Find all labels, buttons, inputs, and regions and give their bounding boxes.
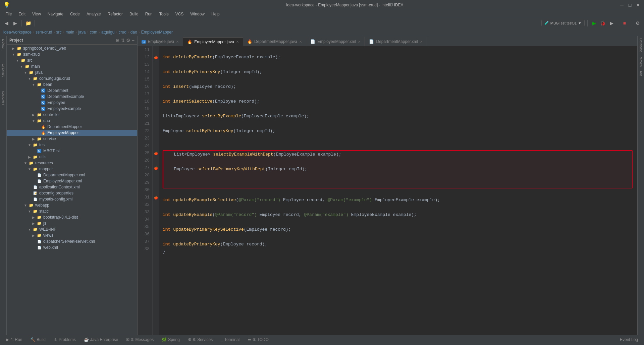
tree-node-static[interactable]: ▼📁static xyxy=(7,208,137,214)
tree-node-mybatis_config_xml[interactable]: 📄mybatis-config.xml xyxy=(7,196,137,202)
database-panel-icon[interactable]: Database xyxy=(638,36,643,55)
terminal-tab[interactable]: _ Terminal xyxy=(217,337,243,343)
tree-node-EmployeeMapper_xml[interactable]: 📄EmployeeMapper.xml xyxy=(7,178,137,184)
close-panel-icon[interactable]: − xyxy=(132,38,135,43)
minimize-button[interactable]: ─ xyxy=(619,2,625,8)
tab-close-icon[interactable]: ✕ xyxy=(358,40,361,44)
locate-icon[interactable]: ⊕ xyxy=(115,38,119,43)
ant-panel-icon[interactable]: Ant xyxy=(638,69,643,78)
breadcrumb-main[interactable]: main xyxy=(65,30,74,35)
breadcrumb-crud[interactable]: crud xyxy=(118,30,126,35)
tree-node-views[interactable]: ▶📁views xyxy=(7,232,137,238)
tree-node-web_xml[interactable]: 📄web.xml xyxy=(7,244,137,250)
build-tab[interactable]: 🔨 Build xyxy=(27,337,49,343)
toolbar-project-button[interactable]: 📁 xyxy=(24,19,32,27)
tab-close-icon[interactable]: ✕ xyxy=(176,40,179,44)
tree-node-applicationContext_xml[interactable]: 📄applicationContext.xml xyxy=(7,184,137,190)
todo-tab[interactable]: ☰ 6: TODO xyxy=(244,337,272,343)
spring-tab[interactable]: 🌿 Spring xyxy=(158,337,183,343)
tab-DepartmentMapper_xml[interactable]: 📄DepartmentMapper.xml✕ xyxy=(365,37,427,46)
tree-node-js[interactable]: ▶📁js xyxy=(7,220,137,226)
expand-icon[interactable]: ⇅ xyxy=(121,38,125,43)
close-button[interactable]: ✕ xyxy=(635,2,641,8)
tree-node-Employee[interactable]: CEmployee xyxy=(7,100,137,106)
maven-panel-icon[interactable]: Maven xyxy=(638,55,643,69)
tab-DepartmentMapper_java[interactable]: 🔥DepartmentMapper.java✕ xyxy=(243,37,306,46)
settings-icon[interactable]: ⚙ xyxy=(126,38,130,43)
tree-node-webapp[interactable]: ▼📁webapp xyxy=(7,202,137,208)
tab-EmployeeMapper_xml[interactable]: 📄EmployeeMapper.xml✕ xyxy=(306,37,365,46)
tree-node-bean[interactable]: ▼📁bean xyxy=(7,81,137,88)
tree-node-test[interactable]: ▼📁test xyxy=(7,142,137,148)
run-coverage-button[interactable]: ▶ xyxy=(608,19,615,27)
tab-EmployeeMapper_java[interactable]: 🔥EmployeeMapper.java✕ xyxy=(183,37,243,46)
stop-button[interactable]: ■ xyxy=(621,19,628,27)
menu-tools[interactable]: Tools xyxy=(157,11,171,17)
tree-node-DepartmentMapper_xml[interactable]: 📄DepartmentMapper.xml xyxy=(7,172,137,178)
tree-node-EmployeeExample[interactable]: CEmployeeExample xyxy=(7,106,137,112)
debug-button[interactable]: 🐞 xyxy=(599,19,606,27)
event-log-tab[interactable]: Event Log xyxy=(616,337,641,343)
tree-node-utils[interactable]: ▶📁utils xyxy=(7,154,137,160)
tree-node-Department[interactable]: CDepartment xyxy=(7,88,137,94)
tree-node-java[interactable]: ▼📁java xyxy=(7,69,137,75)
tree-node-mapper[interactable]: ▼📁mapper xyxy=(7,166,137,172)
toolbar-back-button[interactable]: ◀ xyxy=(3,19,10,27)
breadcrumb-dao[interactable]: dao xyxy=(130,30,137,35)
breadcrumb-atguigu[interactable]: atguigu xyxy=(101,30,114,35)
menu-navigate[interactable]: Navigate xyxy=(45,11,66,17)
tree-node-resources[interactable]: ▼📁resources xyxy=(7,160,137,166)
breadcrumb-workspace[interactable]: idea-workspace xyxy=(3,30,32,35)
breadcrumb-com[interactable]: com xyxy=(90,30,97,35)
tree-node-dispatcherServlet_servlet_xml[interactable]: 📄dispatcherServlet-servlet.xml xyxy=(7,238,137,244)
menu-analyze[interactable]: Analyze xyxy=(84,11,104,17)
settings-button[interactable]: ⚙ xyxy=(634,19,641,27)
tree-node-controller[interactable]: ▶📁controller xyxy=(7,112,137,118)
tab-close-icon[interactable]: ✕ xyxy=(236,40,239,44)
project-icon[interactable]: Project xyxy=(1,38,6,51)
breadcrumb-employeemapper[interactable]: EmployeeMapper xyxy=(141,30,173,35)
toolbar-forward-button[interactable]: ▶ xyxy=(11,19,19,27)
menu-file[interactable]: File xyxy=(3,11,14,17)
problems-tab[interactable]: ⚠ Problems xyxy=(50,337,79,343)
tree-node-WEB_INF[interactable]: ▼📁WEB-INF xyxy=(7,226,137,232)
menu-refactor[interactable]: Refactor xyxy=(105,11,125,17)
tab-close-icon[interactable]: ✕ xyxy=(420,40,423,44)
tree-node-DepartmentExample[interactable]: CDepartmentExample xyxy=(7,94,137,100)
tree-node-com_atguigu_crud[interactable]: ▼📁com.atguigu.crud xyxy=(7,75,137,81)
structure-icon[interactable]: Structure xyxy=(1,62,6,78)
messages-tab[interactable]: ✉ 0: Messages xyxy=(123,337,157,343)
menu-code[interactable]: Code xyxy=(67,11,83,17)
tree-node-main[interactable]: ▼📁main xyxy=(7,63,137,69)
tab-close-icon[interactable]: ✕ xyxy=(299,40,302,44)
tree-node-bootstrap_3_4_1_dist[interactable]: ▶📁bootstrap-3.4.1-dist xyxy=(7,214,137,220)
tree-node-ssm_crud[interactable]: ▼📁ssm-crud xyxy=(7,51,137,57)
menu-edit[interactable]: Edit xyxy=(16,11,28,17)
java-enterprise-tab[interactable]: ☕ Java Enterprise xyxy=(80,337,121,343)
menu-run[interactable]: Run xyxy=(143,11,155,17)
menu-window[interactable]: Window xyxy=(187,11,207,17)
maximize-button[interactable]: □ xyxy=(627,2,633,8)
tree-node-dbconfig_properties[interactable]: 📝dbconfig.properties xyxy=(7,190,137,196)
tree-node-EmployeeMapper[interactable]: 🔥EmployeeMapper xyxy=(7,130,137,136)
favorites-icon[interactable]: Favorites xyxy=(1,90,6,106)
breadcrumb-java[interactable]: java xyxy=(78,30,86,35)
code-content[interactable]: int deleteByExample(EmployeeExample exam… xyxy=(159,46,637,335)
tree-node-src[interactable]: ▼📁src xyxy=(7,57,137,63)
tree-node-DepartmentMapper[interactable]: 🔥DepartmentMapper xyxy=(7,124,137,130)
breadcrumb-ssm-crud[interactable]: ssm-crud xyxy=(36,30,52,35)
breadcrumb-src[interactable]: src xyxy=(56,30,61,35)
menu-vcs[interactable]: VCS xyxy=(173,11,186,17)
run-button[interactable]: ▶ xyxy=(590,19,598,27)
services-tab[interactable]: ⚙ 8: Services xyxy=(184,337,216,343)
run-tab[interactable]: ▶ 4: Run xyxy=(3,337,25,343)
tree-node-service[interactable]: ▶📁service xyxy=(7,136,137,142)
run-config-selector[interactable]: 🧪 MBGTest.test01 ▼ xyxy=(541,20,585,26)
tree-node-springboot_demo3_web[interactable]: ▶📁springboot_demo3_web xyxy=(7,45,137,51)
tree-node-dao[interactable]: ▼📁dao xyxy=(7,118,137,124)
tree-node-MBGTest[interactable]: CMBGTest xyxy=(7,148,137,154)
tab-Employee_java[interactable]: CEmployee.java✕ xyxy=(138,37,183,46)
menu-view[interactable]: View xyxy=(30,11,44,17)
menu-build[interactable]: Build xyxy=(127,11,141,17)
menu-help[interactable]: Help xyxy=(209,11,222,17)
